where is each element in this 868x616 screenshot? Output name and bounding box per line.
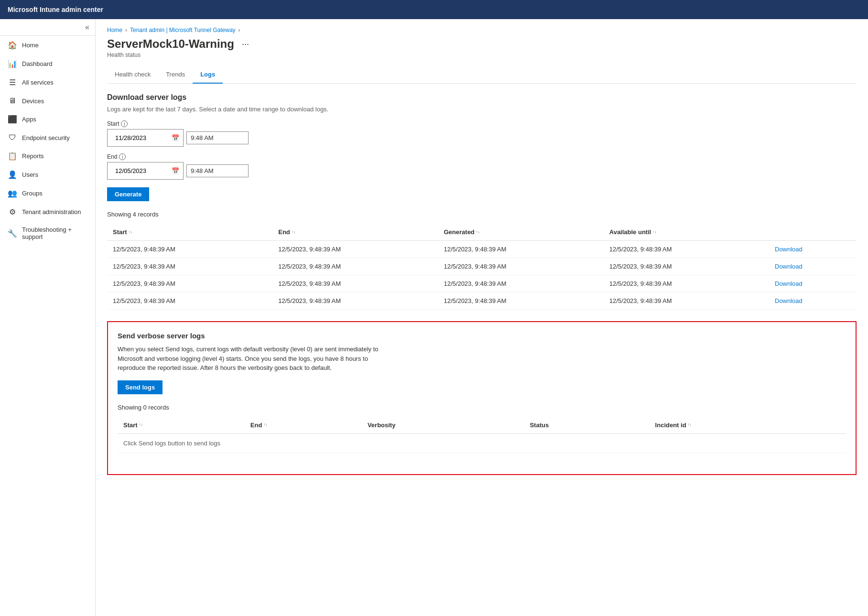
- start-calendar-icon[interactable]: 📅: [172, 134, 179, 141]
- verbose-logs-section: Send verbose server logs When you select…: [107, 321, 857, 475]
- start-date-input[interactable]: [111, 132, 169, 144]
- sidebar-collapse-button[interactable]: «: [0, 19, 95, 36]
- end-info-icon[interactable]: i: [119, 153, 126, 160]
- row-start: 12/5/2023, 9:48:39 AM: [107, 241, 272, 258]
- download-link[interactable]: Download: [775, 280, 803, 287]
- verbose-col-start[interactable]: Start ↑↓: [118, 417, 245, 434]
- breadcrumb-home[interactable]: Home: [107, 27, 122, 33]
- breadcrumb-separator-2: ›: [239, 27, 240, 33]
- row-end: 12/5/2023, 9:48:39 AM: [272, 292, 438, 310]
- sidebar-item-users-label: Users: [22, 171, 38, 178]
- sidebar-item-home-label: Home: [22, 42, 39, 49]
- page-title: ServerMock10-Warning: [107, 37, 234, 51]
- breadcrumb: Home › Tenant admin | Microsoft Tunnel G…: [107, 27, 857, 33]
- start-date-row: Start i 📅: [107, 120, 857, 147]
- sidebar-item-home[interactable]: 🏠 Home: [0, 36, 95, 54]
- breadcrumb-tenant-admin[interactable]: Tenant admin | Microsoft Tunnel Gateway: [130, 27, 236, 33]
- sidebar-item-apps[interactable]: ⬛ Apps: [0, 110, 95, 129]
- sidebar-item-apps-label: Apps: [22, 116, 36, 123]
- sidebar-item-dashboard-label: Dashboard: [22, 60, 53, 67]
- collapse-icon[interactable]: «: [85, 23, 89, 32]
- row-download[interactable]: Download: [769, 258, 857, 275]
- sidebar-item-dashboard[interactable]: 📊 Dashboard: [0, 54, 95, 73]
- start-label: Start i: [107, 120, 857, 127]
- col-start[interactable]: Start ↑↓: [107, 224, 272, 241]
- end-sort-icon[interactable]: ↑↓: [292, 230, 295, 234]
- end-date-time-row: 📅: [107, 162, 857, 180]
- start-date-container: 📅: [107, 129, 184, 147]
- col-action: [769, 224, 857, 241]
- download-link[interactable]: Download: [775, 297, 803, 304]
- sidebar-item-devices[interactable]: 🖥 Devices: [0, 92, 95, 110]
- ellipsis-button[interactable]: ···: [239, 38, 252, 50]
- end-date-row: End i 📅: [107, 153, 857, 180]
- sidebar: « 🏠 Home 📊 Dashboard ☰ All services 🖥 De…: [0, 19, 96, 616]
- sidebar-item-groups[interactable]: 👥 Groups: [0, 184, 95, 203]
- sidebar-item-endpoint-security-label: Endpoint security: [22, 134, 70, 141]
- verbose-start-sort-icon[interactable]: ↑↓: [139, 423, 143, 427]
- row-available-until: 12/5/2023, 9:48:39 AM: [604, 241, 769, 258]
- sidebar-item-reports-label: Reports: [22, 152, 44, 160]
- row-download[interactable]: Download: [769, 275, 857, 292]
- row-available-until: 12/5/2023, 9:48:39 AM: [604, 275, 769, 292]
- end-date-container: 📅: [107, 162, 184, 180]
- breadcrumb-separator-1: ›: [125, 27, 127, 33]
- end-time-input[interactable]: [186, 164, 249, 177]
- row-download[interactable]: Download: [769, 241, 857, 258]
- col-end[interactable]: End ↑↓: [272, 224, 438, 241]
- start-sort-icon[interactable]: ↑↓: [129, 230, 132, 234]
- end-calendar-icon[interactable]: 📅: [172, 167, 179, 174]
- sidebar-item-all-services[interactable]: ☰ All services: [0, 73, 95, 92]
- sidebar-item-endpoint-security[interactable]: 🛡 Endpoint security: [0, 129, 95, 147]
- table-row: 12/5/2023, 9:48:39 AM 12/5/2023, 9:48:39…: [107, 241, 857, 258]
- row-start: 12/5/2023, 9:48:39 AM: [107, 275, 272, 292]
- start-info-icon[interactable]: i: [121, 120, 128, 127]
- generated-sort-icon[interactable]: ↑↓: [476, 230, 480, 234]
- send-logs-button[interactable]: Send logs: [118, 380, 163, 394]
- row-generated: 12/5/2023, 9:48:39 AM: [438, 258, 604, 275]
- verbose-empty-row: Click Send logs button to send logs: [118, 433, 846, 453]
- verbose-col-end[interactable]: End ↑↓: [245, 417, 362, 434]
- verbose-table-header-row: Start ↑↓ End ↑↓ Verbosity Status: [118, 417, 846, 434]
- sidebar-item-tenant-admin-label: Tenant administration: [22, 208, 81, 216]
- incident-id-sort-icon[interactable]: ↑↓: [688, 423, 692, 427]
- col-available-until[interactable]: Available until ↑↓: [604, 224, 769, 241]
- table-row: 12/5/2023, 9:48:39 AM 12/5/2023, 9:48:39…: [107, 275, 857, 292]
- row-end: 12/5/2023, 9:48:39 AM: [272, 241, 438, 258]
- verbose-end-sort-icon[interactable]: ↑↓: [263, 423, 267, 427]
- start-date-time-row: 📅: [107, 129, 857, 147]
- row-start: 12/5/2023, 9:48:39 AM: [107, 258, 272, 275]
- end-label: End i: [107, 153, 857, 160]
- row-download[interactable]: Download: [769, 292, 857, 310]
- verbose-col-incident-id[interactable]: Incident id ↑↓: [650, 417, 846, 434]
- sidebar-item-users[interactable]: 👤 Users: [0, 165, 95, 184]
- tab-trends[interactable]: Trends: [158, 66, 193, 84]
- sidebar-item-reports[interactable]: 📋 Reports: [0, 147, 95, 165]
- start-time-input[interactable]: [186, 131, 249, 144]
- download-link[interactable]: Download: [775, 246, 803, 253]
- app-title: Microsoft Intune admin center: [8, 6, 103, 13]
- sidebar-item-troubleshooting[interactable]: 🔧 Troubleshooting + support: [0, 221, 95, 245]
- download-link[interactable]: Download: [775, 263, 803, 270]
- verbose-logs-title: Send verbose server logs: [118, 332, 846, 340]
- tab-logs[interactable]: Logs: [193, 66, 223, 84]
- row-available-until: 12/5/2023, 9:48:39 AM: [604, 292, 769, 310]
- end-date-input[interactable]: [111, 165, 169, 177]
- row-end: 12/5/2023, 9:48:39 AM: [272, 275, 438, 292]
- apps-icon: ⬛: [8, 115, 17, 124]
- home-icon: 🏠: [8, 41, 17, 50]
- sidebar-item-tenant-administration[interactable]: ⚙ Tenant administration: [0, 203, 95, 221]
- download-logs-table: Start ↑↓ End ↑↓ Generate: [107, 224, 857, 310]
- row-generated: 12/5/2023, 9:48:39 AM: [438, 275, 604, 292]
- devices-icon: 🖥: [8, 97, 17, 105]
- verbose-logs-table: Start ↑↓ End ↑↓ Verbosity Status: [118, 417, 846, 453]
- generate-button[interactable]: Generate: [107, 187, 149, 201]
- row-start: 12/5/2023, 9:48:39 AM: [107, 292, 272, 310]
- tab-health-check[interactable]: Health check: [107, 66, 158, 84]
- available-until-sort-icon[interactable]: ↑↓: [652, 230, 656, 234]
- download-records-info: Showing 4 records: [107, 211, 857, 218]
- verbose-records-info: Showing 0 records: [118, 404, 846, 411]
- col-generated[interactable]: Generated ↑↓: [438, 224, 604, 241]
- row-end: 12/5/2023, 9:48:39 AM: [272, 258, 438, 275]
- topbar: Microsoft Intune admin center: [0, 0, 868, 19]
